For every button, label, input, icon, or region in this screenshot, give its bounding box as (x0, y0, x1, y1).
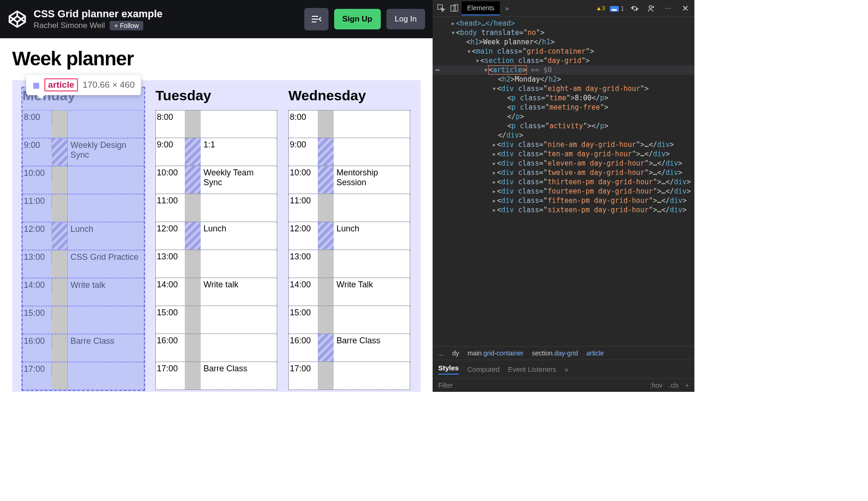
new-style-rule-icon[interactable]: + (685, 382, 689, 389)
warnings-badge[interactable]: ▲3 (596, 5, 605, 12)
hour-row: 12:00Lunch (155, 222, 277, 250)
time-label: 10:00 (23, 167, 52, 180)
activity-label: Lunch (334, 222, 410, 236)
activity-label: Write talk (201, 278, 277, 292)
hour-row: 12:00Lunch (22, 222, 144, 250)
login-button[interactable]: Log In (386, 9, 425, 29)
activity-label (334, 194, 410, 198)
device-toolbar-icon[interactable] (448, 2, 461, 14)
inspect-element-icon[interactable] (435, 2, 448, 14)
warn-count: 3 (602, 5, 605, 12)
hour-row: 13:00 (155, 250, 277, 278)
crumb-section[interactable]: section.day-grid (532, 349, 578, 357)
hour-row: 17:00Barre Class (155, 362, 277, 390)
dom-hour-div[interactable]: ▸<div class="twelve-am day-grid-hour">…<… (433, 168, 694, 177)
busy-indicator (185, 222, 201, 250)
pen-author[interactable]: Rachel Simone Weil (34, 21, 105, 30)
view-toggle-button[interactable] (304, 8, 329, 30)
time-label: 14:00 (156, 278, 185, 292)
day-column-wednesday: Wednesday8:009:0010:00Mentorship Session… (288, 88, 410, 390)
signup-button[interactable]: Sign Up (334, 9, 381, 29)
tab-computed[interactable]: Computed (467, 365, 499, 373)
hour-row: 14:00Write talk (155, 278, 277, 306)
time-label: 15:00 (23, 306, 52, 320)
settings-gear-icon[interactable] (629, 2, 641, 14)
time-label: 8:00 (156, 111, 185, 124)
close-devtools-icon[interactable]: ✕ (679, 3, 692, 14)
time-label: 12:00 (289, 222, 318, 236)
crumb-dots[interactable]: … (437, 349, 444, 357)
dom-hour-div[interactable]: ▸<div class="sixteen-pm day-grid-hour">…… (433, 205, 694, 215)
follow-button[interactable]: +Follow (110, 21, 144, 30)
free-indicator (185, 334, 201, 362)
tooltip-tag: article (44, 78, 78, 91)
free-indicator (52, 111, 68, 138)
free-indicator (318, 278, 334, 306)
hour-row: 9:00 (288, 138, 410, 166)
kebab-menu-icon[interactable]: ⋯ (662, 2, 674, 14)
hour-row: 14:00Write Talk (288, 278, 410, 306)
busy-indicator (318, 166, 334, 194)
day-column-tuesday: Tuesday8:009:001:110:00Weekly Team Sync1… (155, 88, 277, 390)
tab-elements[interactable]: Elements (462, 1, 500, 15)
tab-styles[interactable]: Styles (438, 364, 459, 375)
activity-label (201, 111, 277, 114)
dom-hour-div[interactable]: ▸<div class="fourteen-pm day-grid-hour">… (433, 187, 694, 196)
activity-label (334, 111, 410, 114)
time-label: 16:00 (23, 334, 52, 348)
layout-icon (311, 14, 322, 24)
dom-hour-div[interactable]: ▸<div class="thirteen-pm day-grid-hour">… (433, 177, 694, 187)
info-count: 1 (621, 5, 624, 12)
busy-indicator (318, 138, 334, 166)
day-heading: Tuesday (155, 88, 277, 104)
breadcrumb[interactable]: … dy main.grid-container section.day-gri… (433, 346, 694, 360)
free-indicator (185, 194, 201, 222)
dom-hour-div[interactable]: ▸<div class="nine-am day-grid-hour">…</d… (433, 140, 694, 149)
cls-toggle[interactable]: .cls (669, 382, 679, 389)
time-label: 11:00 (156, 194, 185, 208)
styles-filter-bar: Filter :hov .cls + (433, 378, 694, 392)
dom-hour-div[interactable]: ▸<div class="eleven-am day-grid-hour">…<… (433, 159, 694, 168)
grid-badge-icon: ▦ (33, 81, 40, 90)
busy-indicator (52, 139, 68, 166)
activity-label: 1:1 (201, 138, 277, 152)
hov-toggle[interactable]: :hov (650, 382, 662, 389)
crumb-body[interactable]: dy (452, 349, 459, 357)
plus-icon: + (114, 22, 118, 29)
dom-selected-article[interactable]: ⋯▾<article> == $0 (433, 65, 694, 75)
info-badge-group[interactable]: ▬ 1 (610, 5, 624, 12)
devtools-panel: Elements » ▲3 ▬ 1 ⋯ ✕ ▸<head>…</head> ▾<… (433, 0, 694, 392)
tab-event-listeners[interactable]: Event Listeners (508, 365, 556, 373)
hour-row: 13:00CSS Grid Practice (22, 250, 144, 278)
hour-row: 15:00 (22, 306, 144, 334)
activity-label: Write talk (68, 278, 144, 292)
filter-input[interactable]: Filter (438, 382, 453, 389)
tooltip-dims: 170.66 × 460 (83, 80, 134, 90)
time-label: 15:00 (289, 306, 318, 320)
dom-head[interactable]: <head>…</head> (456, 19, 515, 28)
more-tabs-icon[interactable]: » (501, 2, 513, 14)
dom-tree[interactable]: ▸<head>…</head> ▾<body translate="no"> <… (433, 17, 694, 346)
hour-row: 12:00Lunch (288, 222, 410, 250)
activity-label (68, 362, 144, 366)
dom-hour-div[interactable]: ▸<div class="fifteen-pm day-grid-hour">…… (433, 196, 694, 205)
dom-hour-div[interactable]: ▸<div class="ten-am day-grid-hour">…</di… (433, 149, 694, 159)
more-styles-tabs-icon[interactable]: » (565, 365, 568, 373)
activity-label (334, 362, 410, 366)
free-indicator (318, 111, 334, 138)
free-indicator (318, 194, 334, 222)
codepen-logo[interactable] (7, 9, 27, 29)
activity-label: Weekly Team Sync (201, 166, 277, 189)
activity-label: Write Talk (334, 278, 410, 292)
time-label: 17:00 (23, 362, 52, 376)
crumb-article[interactable]: article (586, 349, 603, 357)
time-label: 10:00 (289, 166, 318, 180)
time-label: 16:00 (156, 334, 185, 348)
crumb-main[interactable]: main.grid-container (468, 349, 524, 357)
account-icon[interactable] (645, 2, 658, 14)
day-heading: Wednesday (288, 88, 410, 104)
free-indicator (318, 362, 334, 390)
free-indicator (52, 250, 68, 278)
codepen-logo-icon (7, 9, 27, 29)
free-indicator (185, 362, 201, 390)
